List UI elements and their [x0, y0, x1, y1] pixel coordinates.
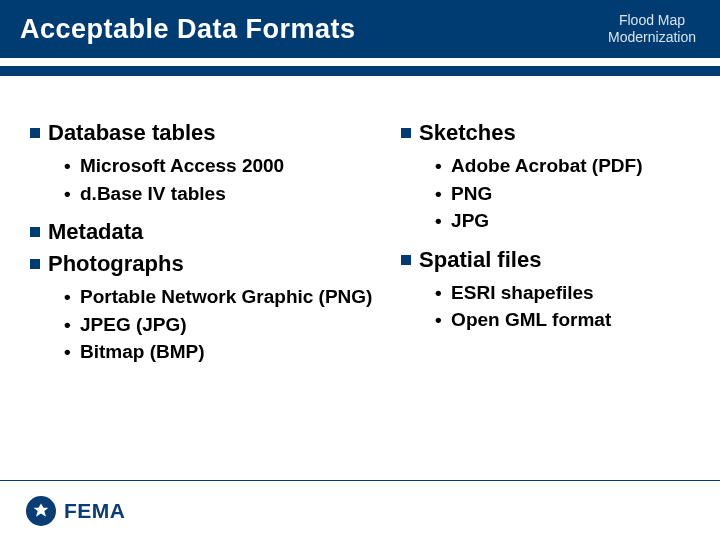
list-database-tables: Microsoft Access 2000 d.Base IV tables	[30, 152, 391, 207]
list-item: Portable Network Graphic (PNG)	[64, 283, 391, 311]
list-item: Bitmap (BMP)	[64, 338, 391, 366]
subtitle-line-1: Flood Map	[619, 12, 685, 28]
list-spatial-files: ESRI shapefiles Open GML format	[401, 279, 690, 334]
list-item: Microsoft Access 2000	[64, 152, 391, 180]
accent-stripe	[0, 66, 720, 76]
subtitle-line-2: Modernization	[608, 29, 696, 45]
square-bullet-icon	[30, 128, 40, 138]
slide-body: Database tables Microsoft Access 2000 d.…	[0, 76, 720, 480]
slide: Acceptable Data Formats Flood Map Modern…	[0, 0, 720, 540]
section-metadata: Metadata	[30, 219, 391, 245]
right-column: Sketches Adobe Acrobat (PDF) PNG JPG Spa…	[401, 116, 690, 470]
slide-subtitle: Flood Map Modernization	[608, 12, 696, 47]
list-item: d.Base IV tables	[64, 180, 391, 208]
list-item: PNG	[435, 180, 690, 208]
agency-name: FEMA	[64, 499, 126, 523]
slide-title: Acceptable Data Formats	[20, 14, 356, 45]
left-column: Database tables Microsoft Access 2000 d.…	[30, 116, 391, 470]
section-photographs: Photographs	[30, 251, 391, 277]
list-sketches: Adobe Acrobat (PDF) PNG JPG	[401, 152, 690, 235]
section-heading: Metadata	[48, 219, 143, 245]
list-item: ESRI shapefiles	[435, 279, 690, 307]
section-heading: Database tables	[48, 120, 216, 146]
square-bullet-icon	[401, 255, 411, 265]
title-bar: Acceptable Data Formats Flood Map Modern…	[0, 0, 720, 66]
square-bullet-icon	[30, 259, 40, 269]
square-bullet-icon	[401, 128, 411, 138]
square-bullet-icon	[30, 227, 40, 237]
list-item: Open GML format	[435, 306, 690, 334]
list-item: JPG	[435, 207, 690, 235]
section-sketches: Sketches	[401, 120, 690, 146]
section-heading: Sketches	[419, 120, 516, 146]
section-database-tables: Database tables	[30, 120, 391, 146]
footer: FEMA	[0, 480, 720, 540]
section-heading: Photographs	[48, 251, 184, 277]
section-heading: Spatial files	[419, 247, 541, 273]
agency-seal-icon	[26, 496, 56, 526]
list-photographs: Portable Network Graphic (PNG) JPEG (JPG…	[30, 283, 391, 366]
list-item: Adobe Acrobat (PDF)	[435, 152, 690, 180]
section-spatial-files: Spatial files	[401, 247, 690, 273]
list-item: JPEG (JPG)	[64, 311, 391, 339]
eagle-icon	[31, 501, 51, 521]
